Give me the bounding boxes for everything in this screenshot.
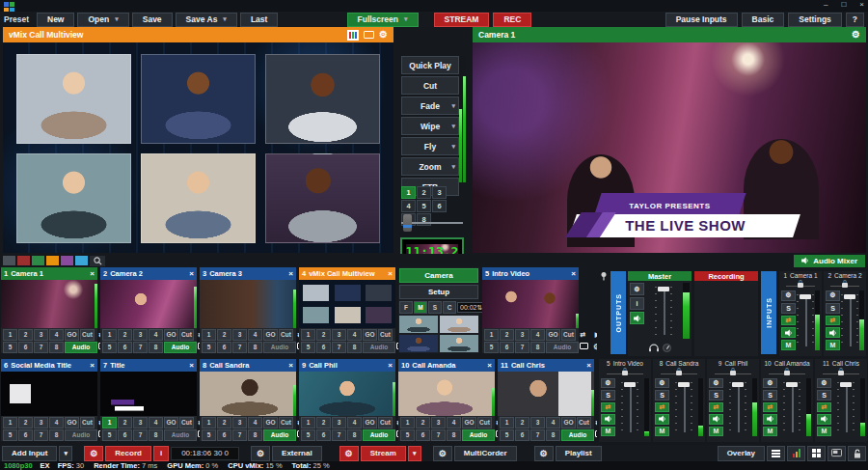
go-button[interactable]: GO (263, 417, 278, 429)
loop-icon[interactable]: ⇄ (577, 330, 589, 340)
go-button[interactable]: GO (546, 329, 560, 341)
overlay-8-button[interactable]: 8 (248, 429, 262, 441)
solo-button[interactable]: S (826, 303, 840, 314)
overlay-4-button[interactable]: 4 (248, 417, 262, 429)
overlay-3-button[interactable]: 3 (431, 417, 446, 429)
overlay-8-button[interactable]: 8 (248, 342, 262, 353)
close-icon[interactable]: × (388, 269, 393, 278)
overlay-7-button[interactable]: 7 (133, 342, 148, 353)
preview-monitor-video[interactable] (3, 42, 393, 253)
input-header[interactable]: 11 Call Chris × (498, 359, 594, 372)
input-thumbnail[interactable] (398, 372, 495, 416)
channel-fader[interactable] (831, 378, 860, 436)
fullscreen-display-button[interactable] (827, 446, 846, 461)
overlay-number-button[interactable]: 2 (417, 186, 431, 199)
transition-button[interactable]: Cut ▾ (401, 76, 459, 95)
bus-routing-icon[interactable]: ⇄ (826, 316, 840, 326)
stream-dropdown[interactable]: ▾ (408, 446, 421, 461)
overlay-8-button[interactable]: 8 (447, 429, 461, 441)
overlay-7-button[interactable]: 7 (332, 429, 346, 441)
channel-fader[interactable] (796, 290, 815, 350)
help-button[interactable]: ? (846, 13, 864, 27)
overlay-1-button[interactable]: 1 (3, 329, 17, 341)
category-color-swatch[interactable] (17, 256, 30, 265)
channel-fader[interactable] (840, 290, 859, 350)
overlay-7-button[interactable]: 7 (34, 429, 48, 441)
speaker-mute-button[interactable] (781, 327, 796, 338)
record-button[interactable]: Record (105, 446, 151, 461)
overlay-2-button[interactable]: 2 (416, 417, 430, 429)
overlay-7-button[interactable]: 7 (332, 342, 346, 353)
add-input-dropdown[interactable]: ▾ (59, 446, 72, 461)
close-icon[interactable]: × (288, 269, 293, 278)
overlay-7-button[interactable]: 7 (133, 429, 148, 441)
basic-button[interactable]: Basic (742, 13, 785, 27)
shortcuts-list-button[interactable] (767, 446, 785, 461)
transition-button[interactable]: Quick Play ▾ (401, 56, 459, 74)
program-monitor-video[interactable]: TAYLOR PRESENTS THE LIVE SHOW (473, 42, 866, 253)
input-header[interactable]: 2 Camera 2 × (100, 267, 197, 280)
solo-button[interactable]: S (601, 390, 615, 400)
cut-button[interactable]: Cut (378, 417, 393, 429)
chevron-down-icon[interactable]: ▾ (451, 123, 455, 130)
master-assign-button[interactable]: M (817, 427, 831, 436)
overlay-2-button[interactable]: 2 (217, 417, 231, 429)
playlist-settings-gear-icon[interactable]: ⚙ (534, 446, 554, 461)
transition-tbar[interactable] (401, 214, 463, 232)
layout-grid-button[interactable] (807, 446, 826, 461)
overlay-5-button[interactable]: 5 (3, 429, 17, 441)
monitor-icon[interactable] (364, 31, 374, 39)
audio-toggle-button[interactable]: Audio (462, 429, 495, 441)
category-color-swatch[interactable] (75, 256, 88, 265)
overlay-8-button[interactable]: 8 (347, 429, 362, 441)
solo-button[interactable]: S (763, 390, 777, 400)
input-header[interactable]: 7 Title × (100, 359, 197, 372)
overlay-7-button[interactable]: 7 (34, 342, 48, 353)
overlay-2-button[interactable]: 2 (500, 329, 514, 341)
pan-slider[interactable]: 0 (599, 368, 651, 376)
overlay-4-button[interactable]: 4 (149, 329, 163, 341)
overlay-5-button[interactable]: 5 (500, 429, 514, 441)
overlay-2-button[interactable]: 2 (515, 417, 529, 429)
gear-icon[interactable]: ⚙ (379, 30, 388, 40)
rec-indicator-button[interactable]: REC (493, 13, 531, 27)
overlay-8-button[interactable]: 8 (149, 429, 163, 441)
master-assign-button[interactable]: M (655, 427, 669, 436)
input-header[interactable]: 4 vMix Call Multiview × (299, 267, 395, 280)
input-header[interactable]: 10 Call Amanda × (398, 359, 495, 372)
chevron-down-icon[interactable]: ▾ (115, 15, 119, 23)
category-color-swatch[interactable] (46, 256, 59, 265)
input-thumbnail[interactable] (299, 280, 395, 328)
chevron-down-icon[interactable]: ▾ (451, 102, 455, 110)
channel-fader[interactable] (777, 378, 806, 436)
overlay-2-button[interactable]: 2 (118, 329, 132, 341)
audio-meters-button[interactable] (787, 446, 805, 461)
audio-toggle-button[interactable]: Audio (263, 429, 296, 441)
audio-toggle-button[interactable]: Audio (65, 342, 97, 353)
overlay-7-button[interactable]: 7 (515, 342, 529, 353)
overlay-4-button[interactable]: 4 (49, 329, 64, 341)
close-icon[interactable]: × (388, 361, 393, 370)
overlay-4-button[interactable]: 4 (347, 329, 362, 341)
stream-indicator-button[interactable]: STREAM (434, 13, 490, 27)
gear-icon[interactable]: ⚙ (817, 378, 831, 388)
overlay-5-button[interactable]: 5 (102, 429, 117, 441)
speaker-mute-button[interactable] (763, 414, 777, 424)
call-camera-button[interactable]: Camera (399, 268, 478, 283)
fader-handle[interactable] (658, 287, 669, 291)
overlay-4-button[interactable]: 4 (347, 417, 362, 429)
input-header[interactable]: 3 Camera 3 × (200, 267, 296, 280)
stream-settings-gear-icon[interactable]: ⚙ (339, 446, 359, 461)
overlay-6-button[interactable]: 6 (515, 429, 529, 441)
gear-icon[interactable]: ⚙ (601, 378, 615, 388)
audio-toggle-button[interactable]: Audio (363, 429, 395, 441)
pan-slider[interactable]: 0 (779, 280, 822, 289)
fader-handle[interactable] (732, 382, 744, 387)
cut-button[interactable]: Cut (179, 329, 194, 341)
audio-toggle-button[interactable]: Audio (561, 429, 594, 441)
speaker-mute-button[interactable] (601, 414, 615, 424)
cut-button[interactable]: Cut (80, 329, 95, 341)
gear-icon[interactable]: ⚙ (655, 378, 669, 388)
bus-routing-icon[interactable]: ⇄ (763, 402, 777, 412)
speaker-mute-button[interactable] (630, 312, 644, 324)
